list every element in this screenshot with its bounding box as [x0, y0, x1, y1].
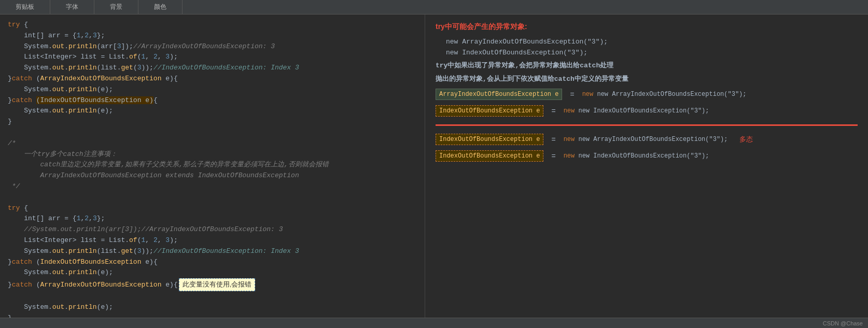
eq-sign-3: =: [551, 135, 555, 144]
exception-label-1: ArrayIndexOutOfBoundsException e: [436, 89, 562, 100]
code-line: System.out.println(e);: [8, 302, 417, 313]
code-line: }catch (ArrayIndexOutOfBoundsException e…: [8, 74, 417, 84]
assign-row-2: IndexOutOfBoundsException e = new new In…: [436, 105, 858, 117]
desc-text-1: try中如果出现了异常对象,会把异常对象抛出给catch处理: [436, 61, 858, 70]
new-expr-3: new new ArrayIndexOutOfBoundsException("…: [564, 136, 728, 143]
assign-row-1: ArrayIndexOutOfBoundsException e = new n…: [436, 89, 858, 100]
code-line: System.out.println(list.get(3));//IndexO…: [8, 246, 417, 257]
desc-text-2: 抛出的异常对象,会从上到下依次赋值给catch中定义的异常变量: [436, 74, 858, 83]
toolbar-background[interactable]: 背景: [94, 0, 138, 14]
eq-sign-2: =: [551, 107, 555, 115]
code-line: try {: [8, 20, 417, 31]
new-expr-4: new new IndexOutOfBoundsException("3");: [564, 152, 709, 160]
right-content: try中可能会产生的异常对象: new ArrayIndexOutOfBound…: [436, 22, 858, 162]
new-expr-2: new new IndexOutOfBoundsException("3");: [564, 107, 709, 115]
eq-sign-1: =: [570, 90, 574, 98]
left-panel[interactable]: try { int[] arr = {1,2,3}; System.out.pr…: [0, 15, 425, 318]
code-line: catch里边定义的异常变量,如果有子父类关系,那么子类的异常变量必须写在上边,…: [8, 160, 417, 170]
exception-item-2: new IndexOutOfBoundsException("3");: [446, 49, 858, 56]
code-line: }: [8, 117, 417, 127]
assign-row-4: IndexOutOfBoundsException e = new new In…: [436, 150, 858, 162]
exception-label-3: IndexOutOfBoundsException e: [436, 134, 543, 145]
annotation-box: 此变量没有使用,会报错: [179, 278, 256, 291]
code-line: /*: [8, 138, 417, 149]
code-line: }: [8, 313, 417, 318]
code-line: [8, 127, 417, 138]
code-line: int[] arr = {1,2,3};: [8, 31, 417, 41]
code-line: //System.out.println(arr[3]);//ArrayInde…: [8, 224, 417, 235]
section-title: try中可能会产生的异常对象:: [436, 22, 858, 32]
code-line: List<Integer> list = List.of(1, 2, 3);: [8, 52, 417, 63]
exception-label-4: IndexOutOfBoundsException e: [436, 150, 543, 162]
toolbar-font[interactable]: 字体: [50, 0, 94, 14]
code-line: System.out.println(e);: [8, 106, 417, 117]
red-divider: [436, 124, 858, 126]
assign-row-3: IndexOutOfBoundsException e = new new Ar…: [436, 134, 858, 145]
code-line: System.out.println(e);: [8, 267, 417, 278]
code-line-annotated: }catch (ArrayIndexOutOfBoundsException e…: [8, 278, 417, 302]
new-expr-1: new new ArrayIndexOutOfBoundsException("…: [582, 91, 747, 98]
code-line: }catch (IndexOutOfBoundsException e){: [8, 257, 417, 268]
code-line: System.out.println(e);: [8, 84, 417, 95]
code-line: 一个try多个catch注意事项：: [8, 149, 417, 160]
main-container: try { int[] arr = {1,2,3}; System.out.pr…: [0, 15, 868, 318]
code-line: List<Integer> list = List.of(1, 2, 3);: [8, 235, 417, 246]
exception-item-1: new ArrayIndexOutOfBoundsException("3");: [446, 38, 858, 46]
code-line: */: [8, 181, 417, 192]
right-panel: try中可能会产生的异常对象: new ArrayIndexOutOfBound…: [425, 15, 868, 318]
code-line: try {: [8, 203, 417, 214]
status-text: CSDN @Chase: [823, 320, 863, 326]
code-line: }catch (IndexOutOfBoundsException e){: [8, 95, 417, 106]
toolbar-clipboard[interactable]: 剪贴板: [0, 0, 50, 14]
exception-label-2: IndexOutOfBoundsException e: [436, 105, 543, 117]
status-bar: CSDN @Chase: [0, 318, 868, 328]
code-line: System.out.println(arr[3]);//ArrayIndexO…: [8, 41, 417, 52]
code-line: int[] arr = {1,2,3};: [8, 213, 417, 224]
eq-sign-4: =: [551, 152, 555, 160]
code-line: System.out.println(list.get(3));//IndexO…: [8, 63, 417, 74]
toolbar-color[interactable]: 颜色: [138, 0, 183, 14]
code-line: ArrayIndexOutOfBoundsException extends I…: [8, 170, 417, 181]
code-line: [8, 192, 417, 203]
toolbar: 剪贴板 字体 背景 颜色: [0, 0, 868, 15]
polymorphism-label: 多态: [739, 135, 753, 144]
